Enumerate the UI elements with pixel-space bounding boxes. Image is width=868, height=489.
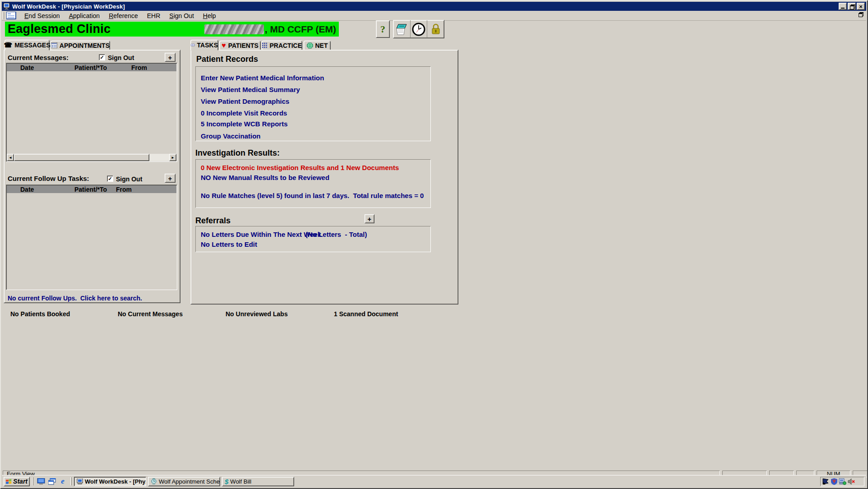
summary-patients-booked: No Patients Booked bbox=[10, 310, 70, 318]
scroll-left-icon: ◄ bbox=[9, 156, 12, 160]
minimize-icon bbox=[841, 8, 845, 9]
menu-application[interactable]: Application bbox=[65, 11, 105, 20]
summary-unreviewed-labs: No Unreviewed Labs bbox=[226, 310, 288, 318]
link-letters-due[interactable]: No Letters Due Within The Next Week bbox=[201, 231, 321, 238]
link-incomplete-wcb-reports[interactable]: 5 Incomplete WCB Reports bbox=[201, 120, 288, 128]
tab-net-label: NET bbox=[315, 42, 328, 49]
restore-button[interactable] bbox=[848, 3, 856, 10]
messages-sign-out-checkbox[interactable]: ✓ bbox=[99, 54, 105, 60]
summary-current-messages: No Current Messages bbox=[118, 310, 183, 318]
follow-ups-col-patient-to: Patient/*To bbox=[74, 186, 107, 193]
menu-reference[interactable]: Reference bbox=[104, 11, 143, 20]
scroll-left-button[interactable]: ◄ bbox=[7, 154, 14, 161]
link-letters-to-edit[interactable]: No Letters to Edit bbox=[201, 240, 257, 248]
menu-end-session[interactable]: End Session bbox=[20, 11, 65, 20]
form-toolbar-icon[interactable] bbox=[6, 12, 16, 19]
plus-icon: + bbox=[368, 215, 372, 223]
scroll-thumb[interactable] bbox=[14, 154, 149, 161]
ie-e-glyph: e bbox=[61, 477, 65, 486]
messages-hscrollbar[interactable]: ◄ ► bbox=[7, 154, 176, 161]
window-title: Wolf WorkDesk - [Physician WorkDesk] bbox=[12, 3, 838, 10]
tab-patients-label: PATIENTS bbox=[228, 42, 259, 49]
taskbar-button-label: Wolf Appointment Sched... bbox=[159, 478, 220, 485]
link-view-medical-summary[interactable]: View Patient Medical Summary bbox=[201, 86, 300, 93]
taskbar-divider bbox=[70, 477, 72, 485]
heart-icon: ♥ bbox=[222, 42, 226, 50]
app-icon bbox=[3, 3, 10, 9]
tab-messages[interactable]: ☎ MESSAGES bbox=[5, 40, 50, 51]
link-new-electronic-results[interactable]: 0 New Electronic Investigation Results a… bbox=[201, 164, 399, 171]
taskbar-button-wolf-workdesk[interactable]: Wolf WorkDesk - [Phy... bbox=[74, 477, 146, 486]
scroll-right-button[interactable]: ► bbox=[169, 154, 176, 161]
messages-panel: Current Messages: ✓ Sign Out + Date Pati… bbox=[4, 50, 180, 303]
lock-button[interactable] bbox=[427, 20, 444, 38]
menu-ehr[interactable]: EHR bbox=[143, 11, 165, 20]
physician-name-redacted bbox=[204, 24, 264, 34]
show-desktop-icon[interactable] bbox=[37, 477, 46, 485]
summary-scanned-documents: 1 Scanned Document bbox=[334, 310, 398, 318]
messages-col-date: Date bbox=[20, 64, 34, 71]
follow-ups-list-header: Date Patient/*To From bbox=[7, 185, 176, 193]
check-icon: ✓ bbox=[100, 55, 104, 60]
follow-ups-sign-out-label: Sign Out bbox=[116, 175, 142, 183]
clock-icon bbox=[412, 23, 425, 36]
taskbar-button-wolf-appointment[interactable]: Wolf Appointment Sched... bbox=[148, 477, 220, 486]
add-referral-button[interactable]: + bbox=[365, 214, 374, 223]
physician-credentials: , MD CCFP (EM) bbox=[265, 24, 336, 35]
internet-explorer-icon[interactable]: e bbox=[58, 477, 67, 485]
building-grid-icon bbox=[262, 42, 267, 48]
link-group-vaccination[interactable]: Group Vaccination bbox=[201, 132, 261, 140]
restore-icon bbox=[850, 5, 854, 8]
link-rule-matches[interactable]: No Rule Matches (level 5) found in last … bbox=[201, 192, 424, 199]
menu-sign-out[interactable]: Sign Out bbox=[165, 11, 198, 20]
scroll-right-icon: ► bbox=[171, 156, 175, 160]
taskbar-button-label: Wolf Bill bbox=[230, 478, 251, 485]
clinic-banner: Eaglesmed Clinic , MD CCFP (EM) bbox=[5, 22, 339, 37]
link-view-demographics[interactable]: View Patient Demographics bbox=[201, 97, 289, 105]
mdi-restore-button[interactable] bbox=[859, 12, 863, 16]
messages-list-header: Date Patient/*To From bbox=[7, 64, 176, 71]
tab-net[interactable]: NET bbox=[304, 41, 331, 50]
link-incomplete-visit-records[interactable]: 0 Incomplete Visit Records bbox=[201, 109, 287, 117]
tab-practice[interactable]: PRACTICE bbox=[262, 41, 302, 50]
patient-records-title: Patient Records bbox=[196, 55, 258, 64]
window-cascade-icon[interactable] bbox=[47, 477, 56, 485]
lock-icon bbox=[431, 23, 441, 35]
follow-ups-list[interactable]: Date Patient/*To From bbox=[6, 185, 177, 290]
globe-icon bbox=[307, 42, 313, 49]
help-button[interactable]: ? bbox=[376, 20, 390, 38]
link-manual-results[interactable]: NO New Manual Results to be Reviewed bbox=[201, 174, 329, 181]
tray-shield-icon[interactable] bbox=[831, 478, 837, 485]
title-bar: Wolf WorkDesk - [Physician WorkDesk] × bbox=[2, 2, 866, 11]
minimize-button[interactable] bbox=[839, 3, 847, 10]
notes-button[interactable] bbox=[393, 20, 411, 38]
start-button[interactable]: Start bbox=[4, 477, 30, 486]
referrals-title: Referrals bbox=[195, 216, 231, 226]
tray-flag-icon[interactable] bbox=[822, 478, 830, 485]
add-message-button[interactable]: + bbox=[165, 53, 175, 62]
menu-help[interactable]: Help bbox=[199, 11, 221, 20]
plus-icon: + bbox=[168, 54, 172, 61]
scroll-track[interactable] bbox=[149, 154, 169, 161]
add-follow-up-button[interactable]: + bbox=[165, 174, 175, 183]
tab-appointments[interactable]: APPOINTMENTS bbox=[51, 41, 110, 50]
taskbar-button-wolf-bill[interactable]: $ Wolf Bill bbox=[222, 477, 294, 486]
clock-button[interactable] bbox=[411, 20, 428, 38]
follow-ups-sign-out-checkbox[interactable]: ✓ bbox=[107, 175, 113, 182]
close-button[interactable]: × bbox=[857, 3, 865, 10]
current-messages-title: Current Messages: bbox=[8, 54, 69, 61]
messages-list[interactable]: Date Patient/*To From ◄ ► bbox=[6, 63, 177, 162]
link-enter-new-patient-info[interactable]: Enter New Patient Medical Information bbox=[201, 74, 324, 82]
referrals-group bbox=[195, 226, 431, 252]
tab-tasks-label: TASKS bbox=[197, 42, 218, 49]
tasks-panel: Patient Records Enter New Patient Medica… bbox=[190, 50, 458, 304]
no-follow-ups-link[interactable]: No current Follow Ups. Click here to sea… bbox=[8, 295, 142, 302]
tab-tasks[interactable]: TASKS bbox=[190, 40, 218, 51]
follow-ups-col-date: Date bbox=[20, 186, 34, 193]
tab-patients[interactable]: ♥ PATIENTS bbox=[219, 41, 261, 50]
tray-volume-muted-icon[interactable] bbox=[848, 478, 855, 485]
plus-icon: + bbox=[168, 175, 172, 182]
watch-icon bbox=[151, 478, 157, 484]
close-icon: × bbox=[859, 4, 863, 9]
tray-network-icon[interactable] bbox=[839, 478, 846, 485]
